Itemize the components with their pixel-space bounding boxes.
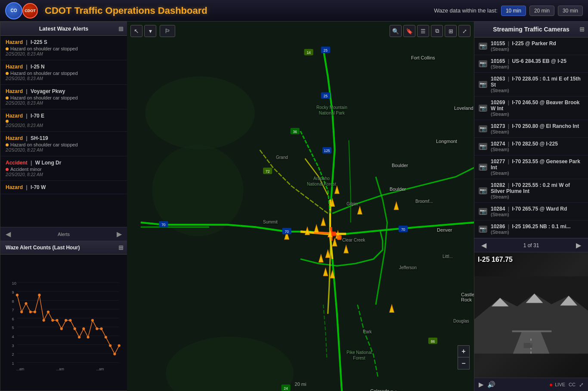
waze-20min-button[interactable]: 20 min bbox=[529, 6, 554, 16]
waze-10min-button[interactable]: 10 min bbox=[501, 6, 526, 16]
map-layers-icon[interactable]: ⧉ bbox=[431, 25, 443, 37]
video-current: 1 bbox=[523, 242, 526, 248]
camera-info: 10165 | US-6 284.35 EB @ I-25 (Stream) bbox=[491, 58, 566, 69]
video-controls: ▶ 🔊 LIVE CC ⤢ bbox=[474, 378, 588, 391]
map-list-icon[interactable]: ☰ bbox=[417, 25, 429, 37]
camera-icon bbox=[479, 226, 487, 233]
map-expand-icon[interactable]: ⤢ bbox=[458, 25, 470, 37]
alert-title: Hazard | I-70 E bbox=[6, 113, 122, 119]
co-logo: CO bbox=[5, 2, 22, 19]
map-label-littleton: Littl... bbox=[443, 254, 453, 259]
svg-text:70: 70 bbox=[161, 223, 166, 227]
svg-text:125: 125 bbox=[324, 149, 330, 153]
alerts-expand-icon[interactable]: ⊞ bbox=[118, 25, 124, 32]
zoom-in-button[interactable]: + bbox=[458, 345, 470, 357]
zoom-out-button[interactable]: − bbox=[458, 357, 470, 369]
map-zoom-controls: + − bbox=[458, 345, 470, 369]
map-bookmark-icon[interactable]: 🔖 bbox=[403, 25, 415, 37]
list-item[interactable]: 10282 | I-70 225.55 : 0.2 mi W of Silver… bbox=[474, 179, 588, 203]
cameras-expand-icon[interactable]: ⊞ bbox=[579, 26, 585, 33]
map-label-clear-creek: Clear Creek bbox=[342, 238, 365, 242]
camera-id: 10165 | US-6 284.35 EB @ I-25 bbox=[491, 58, 566, 64]
video-play-button[interactable]: ▶ bbox=[479, 381, 484, 388]
svg-text:70: 70 bbox=[285, 230, 289, 234]
map-label-boulder: Boulder bbox=[392, 163, 408, 168]
waze-filter-label: Waze data within the last: bbox=[434, 7, 498, 14]
alerts-next-button[interactable]: ▶ bbox=[117, 230, 122, 238]
camera-info: 10282 | I-70 225.55 : 0.2 mi W of Silver… bbox=[491, 182, 584, 199]
alert-type: Hazard bbox=[6, 88, 23, 94]
map-label-longmont: Longmont bbox=[436, 139, 457, 144]
svg-point-32 bbox=[69, 319, 71, 322]
list-item[interactable]: 10269 | I-70 246.50 @ Beaver Brook W Int… bbox=[474, 96, 588, 120]
cdot-logo: CDOT bbox=[22, 3, 38, 19]
svg-text:8: 8 bbox=[12, 299, 14, 304]
svg-text:24: 24 bbox=[284, 386, 288, 391]
camera-stream: (Stream) bbox=[491, 147, 558, 152]
list-item[interactable]: 10165 | US-6 284.35 EB @ I-25 (Stream) bbox=[474, 55, 588, 73]
camera-id: 10277 | I-70 253.55 @ Genesee Park Int bbox=[491, 158, 584, 171]
waze-filter: Waze data within the last: 10 min 20 min… bbox=[434, 6, 583, 16]
map-label-anf: ArapahoNational Forest bbox=[307, 176, 336, 187]
list-item[interactable]: 10277 | I-70 253.55 @ Genesee Park Int (… bbox=[474, 155, 588, 179]
list-item[interactable]: 10263 | I-70 228.05 : 0.1 mi E of 15th S… bbox=[474, 73, 588, 96]
alert-road: I-70 E bbox=[31, 113, 44, 119]
camera-icon bbox=[479, 81, 487, 88]
list-item[interactable]: 10286 | I-25 196.25 NB : 0.1 mi... (Stre… bbox=[474, 220, 588, 238]
svg-marker-52 bbox=[321, 218, 326, 226]
video-fullscreen-button[interactable]: ⤢ bbox=[579, 382, 584, 388]
waze-30min-button[interactable]: 30 min bbox=[558, 6, 583, 16]
cameras-panel-header: Streaming Traffic Cameras ⊞ bbox=[474, 22, 588, 37]
svg-marker-65 bbox=[394, 202, 399, 210]
alert-dot bbox=[6, 168, 9, 171]
camera-id: 10286 | I-25 196.25 NB : 0.1 mi... bbox=[491, 223, 570, 230]
alert-title: Hazard | Voyager Pkwy bbox=[6, 88, 122, 94]
camera-info: 10284 | I-70 265.75 @ Ward Rd (Stream) bbox=[491, 206, 567, 217]
list-item[interactable]: 10284 | I-70 265.75 @ Ward Rd (Stream) bbox=[474, 203, 588, 220]
header: CO CDOT CDOT Traffic Operations Dashboar… bbox=[0, 0, 588, 22]
svg-point-21 bbox=[20, 310, 23, 313]
map-flag-icon[interactable]: 🏳 bbox=[160, 25, 175, 37]
map-grid-icon[interactable]: ⊞ bbox=[445, 25, 457, 37]
alert-time: 2/25/2020, 8:22 AM bbox=[6, 148, 122, 152]
svg-point-31 bbox=[65, 319, 67, 322]
video-counter: 1 of 31 bbox=[523, 242, 539, 248]
video-road-label: I-25 167.75 bbox=[478, 256, 513, 264]
chart-expand-icon[interactable]: ⊞ bbox=[118, 244, 124, 251]
svg-text:86: 86 bbox=[431, 339, 435, 344]
live-dot bbox=[550, 384, 552, 386]
list-item[interactable]: 10155 | I-225 @ Parker Rd (Stream) bbox=[474, 37, 588, 55]
svg-marker-54 bbox=[332, 239, 337, 246]
svg-rect-102 bbox=[534, 341, 544, 346]
camera-stream: (Stream) bbox=[491, 88, 584, 93]
map-pointer-tool[interactable]: ↖ bbox=[130, 25, 142, 37]
svg-text:25: 25 bbox=[324, 94, 328, 98]
map-label-rmnp: Rocky MountainNational Park bbox=[316, 105, 347, 116]
list-item[interactable]: 10274 | I-70 282.50 @ I-225 (Stream) bbox=[474, 138, 588, 155]
map-dropdown-tool[interactable]: ▾ bbox=[144, 25, 156, 37]
alert-dot bbox=[6, 120, 9, 123]
video-volume-button[interactable]: 🔊 bbox=[487, 381, 495, 388]
video-cc-button[interactable]: CC bbox=[569, 382, 576, 387]
svg-text:36: 36 bbox=[293, 130, 297, 134]
svg-point-36 bbox=[87, 336, 90, 338]
camera-icon bbox=[479, 187, 487, 194]
video-next-button[interactable]: ▶ bbox=[573, 241, 584, 249]
camera-stream: (Stream) bbox=[491, 129, 579, 134]
video-prev-button[interactable]: ◀ bbox=[479, 241, 489, 249]
alert-description: Hazard on shoulder car stopped bbox=[10, 95, 78, 100]
svg-text:1: 1 bbox=[12, 361, 14, 366]
chart-title-label: Waze Alert Counts (Last Hour) bbox=[6, 245, 80, 251]
svg-text:...am: ...am bbox=[96, 367, 104, 371]
svg-rect-67 bbox=[331, 232, 336, 236]
list-item: Hazard | Voyager Pkwy Hazard on shoulder… bbox=[0, 85, 127, 109]
list-item[interactable]: 10273 | I-70 250.80 @ El Rancho Int (Str… bbox=[474, 120, 588, 138]
svg-point-25 bbox=[38, 294, 40, 296]
camera-icon bbox=[479, 164, 487, 171]
map-search-icon[interactable]: 🔍 bbox=[390, 25, 402, 37]
alerts-prev-button[interactable]: ◀ bbox=[6, 230, 11, 238]
camera-info: 10274 | I-70 282.50 @ I-225 (Stream) bbox=[491, 141, 558, 152]
alert-description: Accident minor bbox=[10, 167, 42, 172]
svg-point-28 bbox=[51, 319, 54, 322]
alert-desc: Hazard on shoulder car stopped bbox=[6, 71, 122, 76]
